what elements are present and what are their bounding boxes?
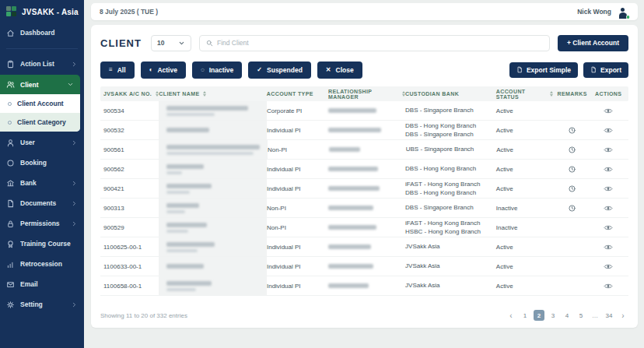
column-label: CUSTODIAN BANK xyxy=(405,90,459,98)
page-size-select[interactable]: 10 xyxy=(151,35,191,51)
account-type-cell: Non-PI xyxy=(267,205,328,212)
bank-line: DBS - Singapore Branch xyxy=(405,106,496,114)
pagination-next-button[interactable]: › xyxy=(618,310,628,321)
redacted-text-block xyxy=(166,152,254,155)
account-status-cell: Inactive xyxy=(496,224,553,231)
filter-all-button[interactable]: ≡All xyxy=(100,62,135,79)
file-icon xyxy=(516,66,523,75)
column-label: REMARKS xyxy=(558,91,587,97)
table-row[interactable]: 900529Non-PIiFAST - Hong Kong BranchHSBC… xyxy=(100,218,628,237)
table-row[interactable]: 1100625-00-1Individual PIJVSakk AsiaActi… xyxy=(100,237,628,257)
relationship-manager-cell-redacted xyxy=(328,264,405,269)
view-button[interactable] xyxy=(602,259,614,274)
view-button[interactable] xyxy=(602,240,614,255)
sidebar-item-client-category[interactable]: Client Category xyxy=(0,113,80,132)
column-header-custodian-bank: CUSTODIAN BANK xyxy=(405,90,496,98)
table-row[interactable]: 900532Individual PIDBS - Hong Kong Branc… xyxy=(100,121,628,140)
redacted-text-block xyxy=(329,147,360,152)
sidebar-item-documents[interactable]: Documents xyxy=(0,193,84,213)
table-row[interactable]: 900534Corporate PIDBS - Singapore Branch… xyxy=(100,101,628,121)
filter-inactive-button[interactable]: ◌Inactive xyxy=(192,62,242,79)
chevron-right-icon xyxy=(71,61,78,68)
sidebar-item-setting[interactable]: Setting xyxy=(0,294,84,315)
remark-history-button[interactable] xyxy=(567,201,577,216)
table-row[interactable]: 900313Non-PIDBS - Singapore BranchInacti… xyxy=(100,199,628,218)
redacted-text-block xyxy=(166,230,188,233)
remarks-cell xyxy=(553,162,591,177)
table-row[interactable]: 900561Non-PIUBS - Singapore BranchActive xyxy=(100,140,628,160)
export-simple-button[interactable]: Export Simple xyxy=(509,62,578,78)
account-number-cell: 900421 xyxy=(103,185,159,192)
view-button[interactable] xyxy=(602,220,614,235)
remark-history-button[interactable] xyxy=(567,142,577,157)
sidebar-item-label: Bank xyxy=(20,179,65,187)
remark-history-button[interactable] xyxy=(567,162,577,177)
eye-icon xyxy=(604,202,613,214)
sidebar-item-dashboard[interactable]: Dashboard xyxy=(0,23,84,43)
table-row[interactable]: 1100658-00-1Individual PIJVSakk AsiaActi… xyxy=(100,276,628,296)
sidebar-item-client-account[interactable]: Client Account xyxy=(0,94,80,113)
sort-icon[interactable] xyxy=(203,91,206,97)
view-button[interactable] xyxy=(602,142,614,157)
redacted-text-block xyxy=(166,113,215,116)
filter-row: ≡All◐Active◌Inactive✓Suspended✕Close Exp… xyxy=(100,62,628,79)
filter-active-button[interactable]: ◐Active xyxy=(141,62,186,79)
view-button[interactable] xyxy=(602,123,614,138)
status-filters: ≡All◐Active◌Inactive✓Suspended✕Close xyxy=(100,62,362,79)
view-button[interactable] xyxy=(602,104,614,118)
sidebar-item-retrocession[interactable]: Retrocession xyxy=(0,254,84,274)
pagination-prev-button[interactable]: ‹ xyxy=(506,310,516,321)
export-button[interactable]: Export xyxy=(583,62,628,78)
column-header-account-type: ACCOUNT TYPE xyxy=(267,91,328,97)
filter-suspended-button[interactable]: ✓Suspended xyxy=(248,62,311,79)
brand[interactable]: JVSAKK - Asia xyxy=(0,0,84,23)
client-name-cell-redacted xyxy=(159,257,267,276)
table-row[interactable]: 900421Individual PIiFAST - Hong Kong Bra… xyxy=(100,179,628,199)
pagination-page-4[interactable]: 4 xyxy=(562,310,572,321)
redacted-text-block xyxy=(166,242,215,247)
remark-history-button[interactable] xyxy=(567,123,577,138)
view-button[interactable] xyxy=(602,279,614,294)
table-row[interactable]: 1100633-00-1Individual PIJVSakk AsiaActi… xyxy=(100,257,628,276)
custodian-bank-cell: DBS - Hong Kong BranchDBS - Singapore Br… xyxy=(405,121,496,139)
user-menu[interactable]: Nick Wong xyxy=(577,5,629,19)
custodian-bank-cell: iFAST - Hong Kong BranchHSBC - Hong Kong… xyxy=(405,219,496,236)
custodian-bank-cell: DBS - Singapore Branch xyxy=(405,106,496,114)
actions-cell xyxy=(591,123,625,138)
redacted-text-block xyxy=(328,186,380,191)
search-input[interactable] xyxy=(217,39,543,47)
sidebar-item-permissions[interactable]: Permissions xyxy=(0,213,84,234)
sidebar-item-label: Permissions xyxy=(20,220,65,227)
sidebar-item-booking[interactable]: Booking xyxy=(0,153,84,173)
sidebar-item-bank[interactable]: Bank xyxy=(0,173,84,193)
sidebar-item-email[interactable]: Email xyxy=(0,274,84,294)
sidebar-item-client[interactable]: Client xyxy=(0,75,80,94)
actions-cell xyxy=(591,162,625,177)
add-client-account-button[interactable]: + Client Account xyxy=(558,35,628,51)
pagination-page-1[interactable]: 1 xyxy=(520,310,530,321)
sidebar-item-training-course[interactable]: Training Course xyxy=(0,234,84,254)
pagination-page-2[interactable]: 2 xyxy=(534,310,544,321)
view-button[interactable] xyxy=(602,162,614,177)
column-header-remarks: REMARKS xyxy=(553,91,591,97)
pagination-page-5[interactable]: 5 xyxy=(576,310,586,321)
sidebar-item-user[interactable]: User xyxy=(0,132,84,153)
redacted-text-block xyxy=(328,244,371,249)
pagination-page-3[interactable]: 3 xyxy=(548,310,558,321)
relationship-manager-cell-redacted xyxy=(328,128,405,132)
table-row[interactable]: 900562Individual PIDBS - Hong Kong Branc… xyxy=(100,160,628,179)
redacted-text-block xyxy=(328,206,373,210)
chart-icon xyxy=(6,260,15,269)
online-status-dot xyxy=(626,15,631,19)
search-box[interactable] xyxy=(199,35,550,51)
envelope-icon xyxy=(6,280,15,289)
view-button[interactable] xyxy=(602,181,614,196)
pagination-page-34[interactable]: 34 xyxy=(604,310,614,321)
client-name-cell-redacted xyxy=(159,199,267,217)
account-number-cell: 900313 xyxy=(103,205,159,212)
actions-cell xyxy=(591,259,625,274)
filter-close-button[interactable]: ✕Close xyxy=(317,62,362,79)
remark-history-button[interactable] xyxy=(567,181,577,196)
sidebar-item-action-list[interactable]: Action List xyxy=(0,54,84,74)
view-button[interactable] xyxy=(602,201,614,216)
